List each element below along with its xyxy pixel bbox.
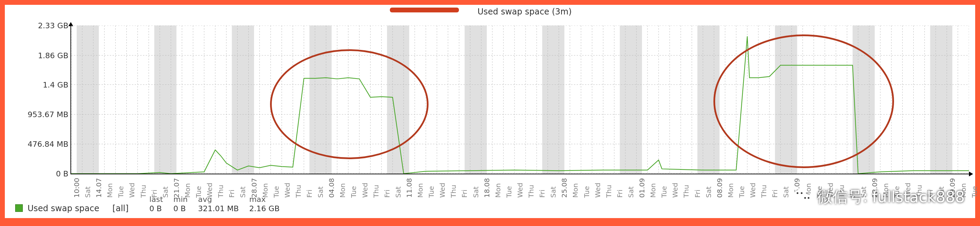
x-tick-label: Thu xyxy=(449,185,458,198)
x-tick-label: Sat xyxy=(627,186,635,198)
x-tick-label: Tue xyxy=(505,186,513,198)
x-tick-label: Wed xyxy=(593,183,602,198)
redacted-hostname xyxy=(390,8,459,13)
x-tick-label: Wed xyxy=(516,183,524,198)
svg-rect-11 xyxy=(930,25,952,174)
x-tick-label: Sat xyxy=(705,186,713,198)
x-tick-label: Tue xyxy=(660,186,668,198)
x-tick-major-label: 04.08 xyxy=(327,178,336,198)
x-tick-label: Sat xyxy=(549,186,557,198)
legend-scope: [all] xyxy=(113,204,129,213)
svg-rect-0 xyxy=(77,25,99,174)
x-tick-label: Sat xyxy=(316,186,325,198)
y-tick-label: 2.33 GB xyxy=(6,21,68,30)
x-tick-label: Mon xyxy=(494,183,502,198)
y-tick-label: 0 B xyxy=(6,169,68,178)
x-tick-label: Tue xyxy=(738,186,746,198)
x-tick-label: Sat xyxy=(394,186,402,198)
x-tick-label: Fri xyxy=(694,190,702,198)
x-tick-major-label: 11.08 xyxy=(405,178,413,198)
x-tick-major-label: 25.08 xyxy=(560,178,568,198)
screenshot-root: xxxxxxxxxxxxx: Used swap space (3m) 0 B4… xyxy=(0,0,980,226)
x-tick-major-label: 08.09 xyxy=(716,178,724,198)
legend-stat-min: min 0 B xyxy=(173,195,188,213)
svg-rect-5 xyxy=(465,25,487,174)
x-tick-label: Thu xyxy=(605,185,613,198)
y-tick-label: 953.67 MB xyxy=(6,110,68,119)
x-tick-label: Mon xyxy=(571,183,579,198)
x-tick-label: Tue xyxy=(970,186,978,198)
annotation-ellipse xyxy=(713,35,894,168)
x-tick-label: Fri xyxy=(771,190,779,198)
x-tick-label: Mon xyxy=(416,183,425,198)
legend-stat-last: last 0 B xyxy=(149,195,163,213)
x-axis-arrow-icon xyxy=(969,172,973,176)
annotation-ellipse xyxy=(270,49,428,159)
x-tick-label: Mon xyxy=(649,183,657,198)
chart-title: xxxxxxxxxxxxx: Used swap space (3m) xyxy=(5,7,975,17)
legend-stat-max: max 2.16 GB xyxy=(249,195,280,213)
legend-series-name: Used swap space xyxy=(28,204,99,213)
x-tick-label: Fri xyxy=(383,190,391,198)
watermark: 微信号: fullstack888 xyxy=(794,187,965,207)
x-tick-label: Thu xyxy=(372,185,380,198)
x-tick-label: Thu xyxy=(527,185,535,198)
x-tick-label: Wed xyxy=(671,183,679,198)
chart-panel: xxxxxxxxxxxxx: Used swap space (3m) 0 B4… xyxy=(5,5,975,218)
x-tick-label: Tue xyxy=(350,186,358,198)
legend-swatch-icon xyxy=(15,204,23,212)
svg-rect-7 xyxy=(620,25,642,174)
x-tick-label: Wed xyxy=(283,183,291,198)
y-tick-label: 1.4 GB xyxy=(6,80,68,89)
x-tick-label: Sat xyxy=(472,186,480,198)
x-tick-label: Fri xyxy=(616,190,624,198)
watermark-prefix: 微信号: xyxy=(817,187,868,207)
x-tick-label: Fri xyxy=(538,190,546,198)
svg-rect-6 xyxy=(542,25,564,174)
x-tick-label: Wed xyxy=(438,183,447,198)
x-tick-label: Mon xyxy=(339,183,347,198)
wechat-icon xyxy=(794,187,813,207)
x-tick-label: Tue xyxy=(427,186,436,198)
x-tick-major-label: 01.09 xyxy=(638,178,646,198)
x-tick-label: Mon xyxy=(727,183,735,198)
x-tick-label: Wed xyxy=(749,183,757,198)
x-tick-label: Fri xyxy=(460,190,469,198)
legend-stat-avg: avg 321.01 MB xyxy=(198,195,239,213)
x-tick-label: Thu xyxy=(294,185,302,198)
svg-rect-1 xyxy=(154,25,177,174)
chart-legend: Used swap space [all] last 0 B min 0 B a… xyxy=(15,195,280,213)
svg-rect-2 xyxy=(232,25,254,174)
x-tick-label: Wed xyxy=(361,183,369,198)
y-tick-label: 476.84 MB xyxy=(6,140,68,149)
x-tick-label: Thu xyxy=(682,185,690,198)
x-tick-label: Fri xyxy=(305,190,313,198)
x-tick-major-label: 18.08 xyxy=(483,178,491,198)
y-tick-label: 1.86 GB xyxy=(6,51,68,60)
x-tick-label: Thu xyxy=(760,185,768,198)
x-tick-label: Sat xyxy=(782,186,790,198)
x-tick-label: Tue xyxy=(582,186,591,198)
watermark-value: fullstack888 xyxy=(872,188,965,205)
